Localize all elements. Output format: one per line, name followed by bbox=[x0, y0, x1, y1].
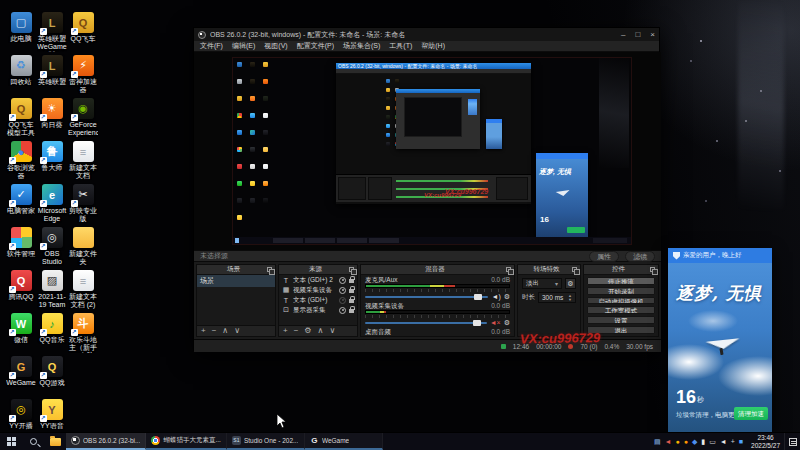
desktop-icon[interactable]: ✓↗电脑管家 bbox=[6, 184, 36, 215]
popout-icon[interactable] bbox=[506, 267, 511, 272]
desktop-icon[interactable]: ▢此电脑 bbox=[6, 12, 36, 43]
desktop-icon[interactable]: G↗WeGame bbox=[6, 356, 36, 387]
sources-dock-header[interactable]: 来源 bbox=[279, 265, 357, 275]
visibility-eye-icon[interactable] bbox=[339, 307, 346, 314]
speaker-muted-icon[interactable]: ◄× bbox=[490, 319, 501, 327]
clean-speedup-button[interactable]: 清理加速 bbox=[734, 407, 768, 420]
desktop-icon[interactable]: Y↗YY语音 bbox=[37, 399, 67, 430]
desktop-icon[interactable]: ●↗谷歌浏览器 bbox=[6, 141, 36, 180]
desktop-icon[interactable]: Q↗QQ飞车模型工具 bbox=[6, 98, 36, 137]
action-center-button[interactable] bbox=[784, 433, 800, 450]
scenes-tool-icon[interactable]: + bbox=[201, 326, 206, 336]
menu-item-5[interactable]: 工具(T) bbox=[389, 41, 412, 51]
lock-icon[interactable] bbox=[349, 289, 354, 293]
desktop-icon[interactable]: Q↗QQ飞车 bbox=[68, 12, 98, 43]
scenes-tool-icon[interactable]: ∨ bbox=[234, 326, 240, 336]
desktop-icon[interactable]: ♻回收站 bbox=[6, 55, 36, 86]
network-tray-icon[interactable]: + bbox=[731, 438, 735, 446]
popout-icon[interactable] bbox=[349, 267, 354, 272]
message-tray-icon[interactable]: ▭ bbox=[709, 438, 716, 446]
volume-slider[interactable]: ◄)⚙ bbox=[365, 292, 510, 301]
maximize-button[interactable]: □ bbox=[635, 29, 640, 41]
desktop-icon[interactable]: 新建文件夹 bbox=[68, 227, 98, 266]
scenes-tool-icon[interactable]: ∧ bbox=[222, 326, 228, 336]
mixer-dock-header[interactable]: 混音器 bbox=[361, 265, 514, 275]
control-button-3[interactable]: 工作室模式 bbox=[587, 306, 655, 314]
chrome-tray-icon[interactable]: ● bbox=[675, 438, 679, 446]
taskbar-task-wegame[interactable]: GWeGame bbox=[305, 433, 383, 450]
taskbar-task-chrome[interactable]: 蝴蝶猎手大元素直... bbox=[146, 433, 226, 450]
scene-item[interactable]: 场景 bbox=[197, 275, 275, 287]
gear-icon[interactable]: ⚙ bbox=[504, 293, 510, 301]
popout-icon[interactable] bbox=[267, 267, 272, 272]
lock-icon[interactable] bbox=[349, 279, 354, 283]
desktop-icon[interactable]: ≡新建文本文档 (2) bbox=[68, 270, 98, 309]
source-row[interactable]: T文本 (GDI+) 2 bbox=[279, 275, 357, 285]
menu-item-3[interactable]: 配置文件(P) bbox=[297, 41, 334, 51]
desktop-icon[interactable]: L↗英雄联盟WeGame版 bbox=[37, 12, 67, 52]
popout-icon[interactable] bbox=[650, 267, 655, 272]
menu-item-1[interactable]: 编辑(E) bbox=[232, 41, 255, 51]
menu-item-4[interactable]: 场景集合(S) bbox=[343, 41, 380, 51]
desktop-icon[interactable]: 斗↗欢乐斗地主（新手游电脑版） bbox=[68, 313, 98, 353]
desktop-icon[interactable]: ▨2021-11-19 Team AIR... bbox=[37, 270, 67, 310]
transition-select[interactable]: 淡出 ▾ bbox=[522, 278, 562, 289]
volume-red-icon[interactable]: ◄ bbox=[665, 438, 672, 446]
obs-titlebar[interactable]: OBS 26.0.2 (32-bit, windows) - 配置文件: 未命名… bbox=[194, 28, 659, 41]
source-row[interactable]: ⊡显示器采集 bbox=[279, 305, 357, 315]
sources-tool-icon[interactable]: − bbox=[294, 326, 299, 336]
transitions-dock-header[interactable]: 转场特效 bbox=[518, 265, 580, 275]
source-row[interactable]: T文本 (GDI+) bbox=[279, 295, 357, 305]
taskbar-task-obs[interactable]: OBS 26.0.2 (32-bi... bbox=[66, 433, 146, 450]
search-button[interactable] bbox=[22, 433, 44, 450]
source-row[interactable]: ▦视频采集设备 bbox=[279, 285, 357, 295]
sources-tool-icon[interactable]: ∨ bbox=[329, 326, 335, 336]
taskbar-clock[interactable]: 23:46 2022/5/27 bbox=[747, 433, 784, 450]
file-explorer-button[interactable] bbox=[44, 433, 66, 450]
updater-tray-icon[interactable]: ● bbox=[684, 438, 688, 446]
gear-icon[interactable]: ⚙ bbox=[504, 319, 510, 327]
desktop-icon[interactable]: ◎↗OBS Studio bbox=[37, 227, 67, 266]
sources-tool-icon[interactable]: ∧ bbox=[318, 326, 324, 336]
desktop-icon[interactable]: ◉↗GeForce Experience bbox=[68, 98, 98, 137]
control-button-1[interactable]: 开始录制 bbox=[587, 287, 655, 295]
microphone-tray-icon[interactable]: ▮ bbox=[701, 438, 705, 446]
filters-button[interactable]: 滤镜 bbox=[625, 251, 655, 262]
desktop-icon[interactable]: ≡新建文本文档 bbox=[68, 141, 98, 180]
taskbar-task-studio[interactable]: S1Studio One - 202... bbox=[227, 433, 305, 450]
menu-item-2[interactable]: 视图(V) bbox=[264, 41, 287, 51]
transition-gear-icon[interactable]: ⚙ bbox=[565, 278, 576, 289]
slider-track[interactable] bbox=[365, 296, 488, 298]
close-button[interactable]: × bbox=[650, 29, 655, 41]
scenes-tool-icon[interactable]: − bbox=[212, 326, 217, 336]
visibility-eye-icon[interactable] bbox=[339, 287, 346, 294]
sources-tool-icon[interactable]: + bbox=[283, 326, 288, 336]
lock-icon[interactable] bbox=[349, 299, 354, 303]
scenes-dock-header[interactable]: 场景 bbox=[197, 265, 275, 275]
obs-preview-canvas[interactable]: OBS 26.0.2 (32-bit, windows) - 配置文件: 未命名… bbox=[194, 52, 661, 250]
visibility-eye-icon[interactable] bbox=[339, 297, 346, 304]
desktop-icon[interactable]: e↗Microsoft Edge bbox=[37, 184, 67, 223]
controls-dock-header[interactable]: 控件 bbox=[584, 265, 658, 275]
desktop-icon[interactable]: Q↗腾讯QQ bbox=[6, 270, 36, 301]
desktop-icon[interactable]: ⚡↗雷神加速器 bbox=[68, 55, 98, 94]
control-button-0[interactable]: 停止推流 bbox=[587, 277, 655, 285]
desktop-icon[interactable]: W↗微信 bbox=[6, 313, 36, 344]
menu-item-6[interactable]: 帮助(H) bbox=[421, 41, 445, 51]
ime-tray-icon[interactable]: ■ bbox=[739, 438, 743, 446]
desktop-icon[interactable]: 鲁↗鲁大师 bbox=[37, 141, 67, 172]
popout-icon[interactable] bbox=[572, 267, 577, 272]
desktop-icon[interactable]: L↗英雄联盟 bbox=[37, 55, 67, 86]
stepper-icons[interactable]: ▲▼ bbox=[568, 294, 572, 302]
desktop-icon[interactable]: ☀↗向日葵 bbox=[37, 98, 67, 129]
desktop-icon[interactable]: ↗软件管理 bbox=[6, 227, 36, 258]
desktop-icon[interactable]: Q↗QQ游戏 bbox=[37, 356, 67, 387]
start-button[interactable] bbox=[0, 433, 22, 450]
lock-icon[interactable] bbox=[349, 309, 354, 313]
menu-item-0[interactable]: 文件(F) bbox=[200, 41, 223, 51]
volume-slider[interactable]: ◄×⚙ bbox=[365, 318, 510, 327]
minimize-button[interactable]: – bbox=[621, 29, 625, 41]
desktop-icon[interactable]: ✂↗剪映专业版 bbox=[68, 184, 98, 223]
desktop-icon[interactable]: ♪↗QQ音乐 bbox=[37, 313, 67, 344]
display-tray-icon[interactable]: ▤ bbox=[654, 438, 661, 446]
